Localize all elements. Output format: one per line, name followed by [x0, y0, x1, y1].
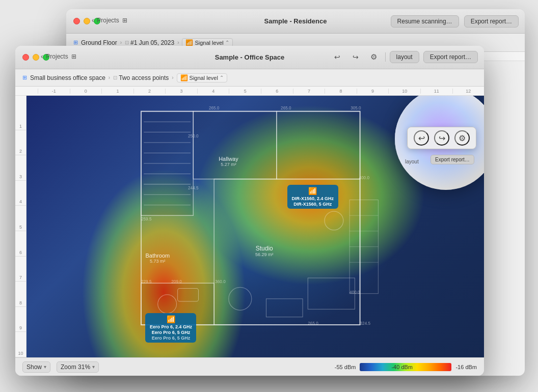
main-signal-icon: 📶	[180, 74, 188, 81]
rv-tick-6: 6	[15, 231, 26, 257]
ruler-tick-8: 8	[325, 89, 357, 94]
rv-tick-7: 7	[15, 257, 26, 282]
bg-resume-scanning-button[interactable]: Resume scanning…	[391, 15, 459, 27]
main-titlebar: ‹ Projects ⊞ Sample - Office Space ↩ ↪ ⚙…	[15, 46, 484, 69]
magnifier-redo-btn[interactable]: ↪	[434, 130, 449, 146]
main-redo-button[interactable]: ↪	[348, 50, 363, 64]
bg-project-label[interactable]: Ground Floor	[81, 39, 117, 46]
magnifier-settings-btn[interactable]: ⚙	[454, 130, 470, 146]
ap-marker-1[interactable]: 📶 DIR-X1560, 2.4 GHz DIR-X1560, 5 GHz	[287, 185, 338, 209]
ruler-tick-0: 0	[70, 89, 102, 94]
ruler-tick-9: 9	[357, 89, 389, 94]
main-layer-chevron: ⌃	[220, 75, 224, 80]
rv-tick-9: 9	[15, 307, 26, 332]
scale-max-label: -16 dBm	[455, 364, 477, 370]
main-settings-button[interactable]: ⚙	[367, 50, 381, 64]
magnifier-toolbar: ↩ ↪ ⚙	[407, 127, 476, 149]
bg-minimize-button[interactable]	[84, 18, 90, 24]
ap2-name1: Eero Pro 6, 2.4 GHz	[150, 324, 192, 329]
bg-nav-area: ‹ Projects ⊞	[92, 16, 127, 24]
main-window-icon: ⊞	[71, 53, 76, 60]
show-dropdown[interactable]: Show ▾	[22, 361, 50, 373]
rv-tick-8: 8	[15, 282, 26, 307]
bg-layer-chevron: ⌃	[225, 40, 229, 45]
scale-mid-label: -40 dBm	[391, 364, 413, 370]
main-sep2: ›	[172, 75, 173, 80]
ap1-name1: DIR-X1560, 2.4 GHz	[292, 196, 334, 201]
main-window-title: Sample - Office Space	[215, 53, 285, 61]
bg-survey-label: ⊡ #1 Jun 05, 2023	[125, 39, 174, 46]
rv-tick-4: 4	[15, 181, 26, 206]
svg-text:259.5: 259.5	[141, 217, 152, 221]
svg-rect-18	[308, 278, 355, 309]
zoom-dropdown[interactable]: Zoom 31% ▾	[57, 361, 99, 373]
bg-close-button[interactable]	[73, 18, 80, 24]
svg-text:400.0: 400.0	[359, 176, 370, 180]
rv-tick-3: 3	[15, 155, 26, 181]
heatmap-canvas[interactable]: 265.0 265.0 250.0 244.5 259.5 229.5 209.…	[26, 96, 484, 357]
bg-floor-icon: ⊞	[73, 39, 78, 46]
rv-tick-5: 5	[15, 206, 26, 231]
main-projects-link[interactable]: Projects	[46, 53, 68, 60]
bg-back-icon[interactable]: ‹	[92, 16, 94, 24]
svg-text:324.5: 324.5	[360, 321, 371, 326]
main-layout-button[interactable]: layout	[390, 51, 419, 63]
main-nav-area: ‹ Projects ⊞	[41, 52, 76, 60]
main-back-icon[interactable]: ‹	[41, 52, 43, 60]
map-area[interactable]: 1 2 3 4 5 6 7 8 9 10	[15, 96, 484, 357]
main-toolbar-right: ↩ ↪ ⚙ layout Export report…	[330, 50, 478, 64]
bg-sep2: ›	[177, 40, 179, 45]
main-survey-area: ⊡ Two access points	[113, 74, 169, 81]
main-breadcrumb-bar: ⊞ Small business office space › ⊡ Two ac…	[15, 69, 484, 87]
svg-text:229.5: 229.5	[141, 279, 152, 284]
zoom-chevron: ▾	[92, 364, 95, 370]
bg-toolbar-right: Resume scanning… Export report…	[391, 15, 519, 27]
magnifier-layout-text[interactable]: layout	[405, 159, 419, 164]
bg-window-icon: ⊞	[122, 17, 127, 24]
magnifier-undo-btn[interactable]: ↩	[414, 130, 429, 146]
signal-scale: -55 dBm -40 dBm -16 dBm	[335, 363, 477, 371]
main-minimize-button[interactable]	[33, 54, 39, 61]
svg-text:360.0: 360.0	[215, 279, 226, 284]
main-window: ‹ Projects ⊞ Sample - Office Space ↩ ↪ ⚙…	[15, 46, 484, 376]
main-undo-button[interactable]: ↩	[330, 50, 344, 64]
ruler-tick-4: 4	[197, 89, 229, 94]
svg-text:209.0: 209.0	[171, 279, 182, 284]
magnifier-export-btn[interactable]: Export report…	[431, 155, 474, 164]
show-chevron: ▾	[44, 364, 46, 370]
main-survey-icon: ⊡	[113, 75, 117, 80]
main-survey-label[interactable]: Two access points	[119, 74, 169, 81]
svg-rect-25	[277, 111, 360, 179]
svg-text:244.5: 244.5	[188, 186, 199, 190]
ruler-tick-2: 2	[133, 89, 166, 94]
ap-marker-2[interactable]: 📶 Eero Pro 6, 2.4 GHz Eero Pro 6, 5 GHz …	[145, 313, 196, 343]
bg-signal-icon: 📶	[185, 39, 193, 46]
status-bar: Show ▾ Zoom 31% ▾ -55 dBm -40 dBm -16 dB…	[15, 357, 484, 376]
bg-export-report-button[interactable]: Export report…	[464, 15, 519, 27]
ruler-tick-7: 7	[293, 89, 325, 94]
ruler-tick-12: 12	[452, 89, 484, 94]
svg-text:250.0: 250.0	[188, 134, 199, 138]
svg-point-16	[229, 287, 252, 310]
main-floor-icon: ⊞	[22, 74, 27, 81]
bg-projects-link[interactable]: Projects	[97, 17, 119, 24]
svg-point-17	[325, 211, 343, 230]
svg-text:265.0: 265.0	[308, 321, 318, 326]
main-export-button[interactable]: Export report…	[423, 51, 478, 63]
svg-text:265.0: 265.0	[281, 106, 291, 110]
rv-tick-10: 10	[15, 332, 26, 357]
ruler-tick-5: 5	[229, 89, 261, 94]
rv-tick-2: 2	[15, 130, 26, 156]
svg-text:400.0: 400.0	[349, 290, 360, 295]
bg-titlebar: ‹ Projects ⊞ Sample - Residence Resume s…	[66, 9, 525, 34]
main-layer-badge[interactable]: 📶 Signal level ⌃	[177, 73, 227, 82]
main-divider	[385, 52, 386, 62]
svg-rect-1	[193, 111, 277, 179]
ruler-tick-10: 10	[388, 89, 420, 94]
ap2-wifi-icon: 📶	[167, 315, 175, 323]
main-project-label[interactable]: Small business office space	[30, 74, 105, 81]
rv-tick-1: 1	[15, 105, 26, 130]
main-sep1: ›	[109, 75, 110, 80]
ap2-name2: Eero Pro 6, 5 GHz	[152, 330, 191, 335]
main-close-button[interactable]	[22, 54, 29, 61]
